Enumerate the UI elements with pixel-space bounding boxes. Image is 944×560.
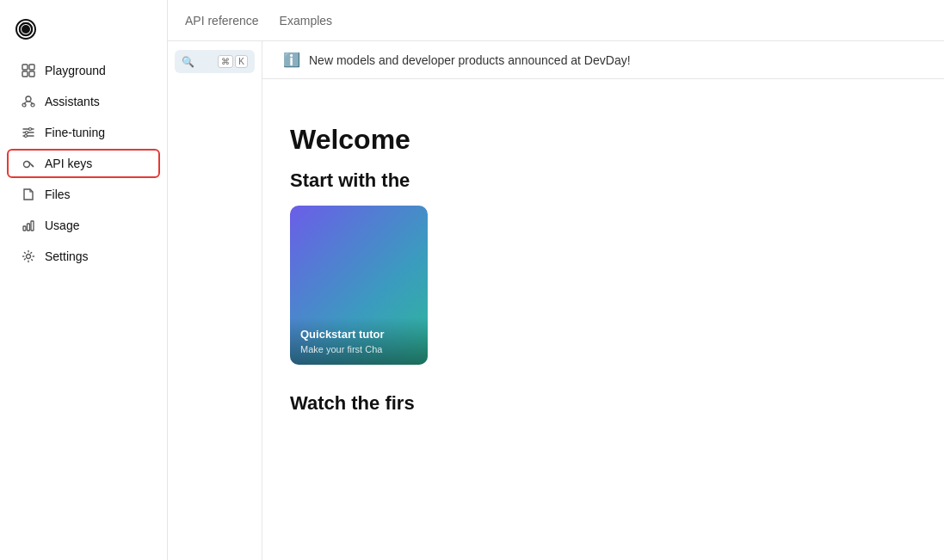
search-icon: 🔍 (182, 56, 194, 68)
settings-icon (21, 249, 36, 264)
svg-rect-12 (23, 226, 26, 231)
sidebar-item-fine-tuning[interactable]: Fine-tuning (7, 118, 160, 147)
sidebar-item-label: Fine-tuning (45, 126, 105, 139)
assistants-icon (21, 94, 36, 109)
main-content: ℹ️ New models and developer products ann… (262, 41, 944, 560)
sidebar-item-label: API keys (45, 157, 92, 170)
announcement-bar: ℹ️ New models and developer products ann… (262, 41, 944, 79)
sidebar-item-usage[interactable]: Usage (7, 211, 160, 240)
openai-logo-icon (14, 17, 38, 41)
playground-icon (21, 63, 36, 78)
card-container: Quickstart tutor Make your first Cha (290, 206, 916, 365)
svg-point-9 (29, 128, 32, 131)
search-kbd-cmd: ⌘ (218, 55, 233, 68)
sidebar-item-files[interactable]: Files (7, 180, 160, 209)
fine-tuning-icon (21, 125, 36, 140)
content-body: 🔍 ⌘ K ℹ️ New models and developer produc… (168, 41, 944, 560)
card-subtitle: Make your first Cha (300, 344, 417, 354)
logo[interactable] (0, 10, 167, 55)
svg-point-10 (25, 135, 28, 138)
app-layout: Playground Assistants Fine-tuning API ke… (0, 0, 944, 560)
announcement-text: New models and developer products announ… (309, 53, 631, 67)
sidebar-item-label: Files (45, 188, 71, 201)
top-nav: API reference Examples (168, 0, 944, 41)
sidebar-item-label: Settings (45, 249, 89, 263)
files-icon (21, 187, 36, 202)
search-box[interactable]: 🔍 ⌘ K (175, 50, 255, 73)
card-title: Quickstart tutor (300, 328, 417, 341)
sidebar-item-assistants[interactable]: Assistants (7, 87, 160, 116)
svg-point-8 (26, 132, 28, 134)
welcome-heading: Welcome (290, 124, 916, 156)
search-kbd-k: K (235, 55, 248, 68)
info-icon: ℹ️ (283, 52, 300, 68)
sidebar-item-label: Playground (45, 64, 106, 77)
svg-rect-2 (29, 65, 34, 70)
quickstart-card[interactable]: Quickstart tutor Make your first Cha (290, 206, 428, 365)
svg-rect-4 (29, 71, 34, 77)
svg-point-15 (27, 255, 31, 259)
card-label-area: Quickstart tutor Make your first Cha (290, 317, 428, 365)
watch-heading: Watch the firs (290, 392, 916, 415)
nav-item-api-reference[interactable]: API reference (185, 10, 259, 31)
svg-point-5 (26, 96, 31, 102)
welcome-panel: Welcome Start with the Quickstart tutor … (262, 79, 944, 560)
sidebar-item-label: Usage (45, 218, 79, 232)
nav-item-examples[interactable]: Examples (280, 10, 332, 31)
left-panel: 🔍 ⌘ K (168, 41, 262, 560)
sidebar-item-settings[interactable]: Settings (7, 242, 160, 271)
svg-rect-3 (22, 71, 28, 77)
svg-rect-14 (31, 221, 34, 231)
search-shortcut: ⌘ K (218, 55, 248, 68)
svg-rect-1 (22, 65, 28, 70)
sidebar-item-label: Assistants (45, 95, 100, 108)
svg-point-0 (22, 25, 30, 34)
sidebar-item-playground[interactable]: Playground (7, 56, 160, 85)
sidebar-item-api-keys[interactable]: API keys (7, 149, 160, 178)
usage-icon (21, 218, 36, 233)
svg-rect-13 (28, 224, 30, 231)
start-heading: Start with the (290, 169, 916, 192)
api-keys-icon (21, 156, 36, 171)
content-area: API reference Examples 🔍 ⌘ K ℹ️ (168, 0, 944, 560)
sidebar: Playground Assistants Fine-tuning API ke… (0, 0, 168, 560)
